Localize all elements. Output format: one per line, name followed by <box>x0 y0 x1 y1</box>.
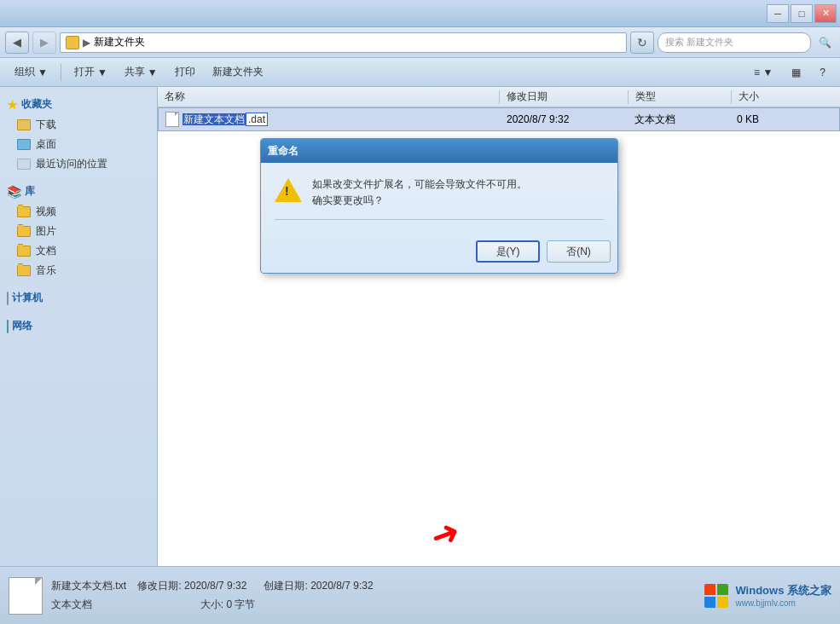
close-button[interactable]: ✕ <box>814 4 837 23</box>
dialog-title-bar: 重命名 <box>261 139 617 163</box>
picture-folder-icon <box>17 225 31 239</box>
warning-exclaim: ! <box>285 185 289 197</box>
favorites-section: ★ 收藏夹 下载 桌面 最近访问的位置 <box>0 94 157 174</box>
sidebar-video-label: 视频 <box>36 205 56 219</box>
sidebar-item-download[interactable]: 下载 <box>0 115 157 135</box>
organize-label: 组织 <box>14 65 35 79</box>
library-header[interactable]: 📚 库 <box>0 181 157 202</box>
favorites-label: 收藏夹 <box>21 97 52 112</box>
dialog-message-row: ! 如果改变文件扩展名，可能会导致文件不可用。 确实要更改吗？ <box>275 176 604 209</box>
star-icon: ★ <box>7 98 18 112</box>
open-label: 打开 <box>74 65 95 79</box>
dialog-body: ! 如果改变文件扩展名，可能会导致文件不可用。 确实要更改吗？ <box>261 163 617 234</box>
dialog-message-2: 确实要更改吗？ <box>312 193 527 209</box>
bottom-filename: 新建文本文档.txt <box>51 580 126 592</box>
music-folder-icon <box>17 264 31 278</box>
search-placeholder: 搜索 新建文件夹 <box>665 36 733 49</box>
favorites-header[interactable]: ★ 收藏夹 <box>0 94 157 115</box>
dialog-text: 如果改变文件扩展名，可能会导致文件不可用。 确实要更改吗？ <box>312 176 527 209</box>
organize-button[interactable]: 组织 ▼ <box>7 61 55 84</box>
new-folder-button[interactable]: 新建文件夹 <box>205 61 271 84</box>
arrow-indicator: ➜ <box>425 511 466 558</box>
download-folder-icon <box>17 118 31 132</box>
sidebar-music-label: 音乐 <box>36 263 56 278</box>
sidebar-picture-label: 图片 <box>36 224 56 239</box>
network-label: 网络 <box>12 319 32 333</box>
folder-icon <box>66 36 79 49</box>
sidebar-item-music[interactable]: 音乐 <box>0 261 157 280</box>
content-area: 名称 修改日期 类型 大小 新建文本文档.dat 2020/8/7 9:32 文… <box>158 87 840 600</box>
back-button[interactable]: ◀ <box>5 32 29 54</box>
breadcrumb-arrow: ▶ <box>83 37 90 49</box>
computer-header[interactable]: 计算机 <box>0 287 157 309</box>
computer-icon <box>7 292 9 304</box>
share-arrow: ▼ <box>148 66 158 78</box>
new-folder-label: 新建文件夹 <box>212 65 264 79</box>
sidebar-download-label: 下载 <box>36 118 56 132</box>
network-icon <box>7 321 9 332</box>
dialog-separator <box>275 219 604 220</box>
warning-icon: ! <box>275 176 302 204</box>
print-label: 打印 <box>175 65 195 79</box>
maximize-button[interactable]: □ <box>791 4 813 23</box>
view-button[interactable]: ≡ ▼ <box>746 61 780 84</box>
address-bar: ◀ ▶ ▶ 新建文件夹 ↻ 搜索 新建文件夹 🔍 <box>0 27 840 58</box>
library-icon: 📚 <box>7 185 21 199</box>
toolbar-sep-1 <box>61 64 61 81</box>
bottom-file-icon <box>9 577 43 615</box>
video-folder-icon <box>17 205 31 219</box>
library-label: 库 <box>25 184 35 199</box>
sidebar-item-video[interactable]: 视频 <box>0 202 157 222</box>
address-box[interactable]: ▶ 新建文件夹 <box>60 32 627 53</box>
recent-folder-icon <box>17 158 31 171</box>
minimize-button[interactable]: ─ <box>767 4 789 23</box>
sidebar: ★ 收藏夹 下载 桌面 最近访问的位置 📚 库 视频 <box>0 87 158 600</box>
forward-button[interactable]: ▶ <box>32 32 56 54</box>
network-header[interactable]: 网络 <box>0 315 157 337</box>
sidebar-document-label: 文档 <box>36 244 56 258</box>
desktop-folder-icon <box>17 138 31 152</box>
share-button[interactable]: 共享 ▼ <box>117 61 165 84</box>
network-section: 网络 <box>0 315 157 337</box>
sidebar-item-document[interactable]: 文档 <box>0 241 157 261</box>
organize-arrow: ▼ <box>38 66 48 78</box>
no-button[interactable]: 否(N) <box>547 240 611 263</box>
help-button[interactable]: ? <box>812 61 833 84</box>
print-button[interactable]: 打印 <box>167 61 203 84</box>
computer-section: 计算机 <box>0 287 157 309</box>
sidebar-item-desktop[interactable]: 桌面 <box>0 135 157 154</box>
main-container: ★ 收藏夹 下载 桌面 最近访问的位置 📚 库 视频 <box>0 87 840 600</box>
dialog-buttons: 是(Y) 否(N) <box>261 234 617 273</box>
sidebar-item-recent[interactable]: 最近访问的位置 <box>0 154 157 174</box>
sidebar-item-picture[interactable]: 图片 <box>0 222 157 241</box>
preview-button[interactable]: ▦ <box>784 61 808 84</box>
open-arrow: ▼ <box>97 66 107 78</box>
toolbar-right: ≡ ▼ ▦ ? <box>746 61 833 84</box>
refresh-button[interactable]: ↻ <box>630 32 654 54</box>
rename-dialog: 重命名 ! 如果改变文件扩展名，可能会导致文件不可用。 确实要更改吗？ <box>260 138 618 274</box>
toolbar: 组织 ▼ 打开 ▼ 共享 ▼ 打印 新建文件夹 ≡ ▼ ▦ ? <box>0 58 840 87</box>
open-button[interactable]: 打开 ▼ <box>67 61 115 84</box>
computer-label: 计算机 <box>12 291 43 305</box>
search-button[interactable]: 🔍 <box>814 32 835 53</box>
library-section: 📚 库 视频 图片 文档 音乐 <box>0 181 157 280</box>
dialog-title: 重命名 <box>268 144 298 159</box>
bottom-filetype: 文本文档 <box>51 598 92 610</box>
sidebar-desktop-label: 桌面 <box>36 137 56 152</box>
window-controls: ─ □ ✕ <box>767 4 837 23</box>
title-bar: ─ □ ✕ <box>0 0 840 27</box>
share-label: 共享 <box>125 65 145 79</box>
search-box[interactable]: 搜索 新建文件夹 <box>658 32 811 53</box>
yes-button[interactable]: 是(Y) <box>476 240 540 263</box>
dialog-overlay: 重命名 ! 如果改变文件扩展名，可能会导致文件不可用。 确实要更改吗？ <box>158 87 840 600</box>
address-path: 新建文件夹 <box>94 35 145 49</box>
sidebar-recent-label: 最近访问的位置 <box>36 157 107 171</box>
document-folder-icon <box>17 245 31 258</box>
dialog-message-1: 如果改变文件扩展名，可能会导致文件不可用。 <box>312 176 527 193</box>
